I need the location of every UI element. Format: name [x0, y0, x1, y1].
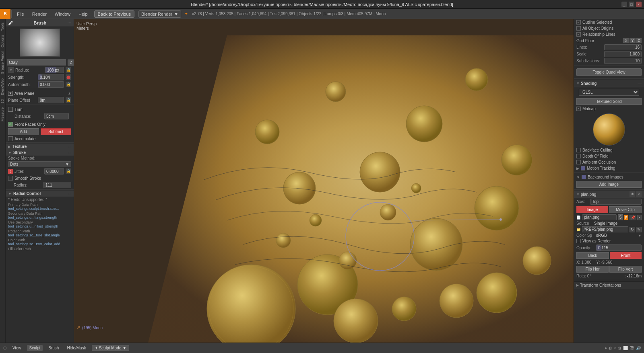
- texture-section-header[interactable]: ▶ Texture ···: [6, 144, 74, 150]
- primary-data-value[interactable]: tool_settings.sculpt.brush.stre...: [6, 207, 74, 211]
- back-to-previous-button[interactable]: Back to Previous: [94, 10, 135, 18]
- background-images-checkbox[interactable]: [582, 175, 586, 179]
- render-engine-dropdown[interactable]: Blender Render ▼: [138, 10, 181, 18]
- axis-dropdown[interactable]: Top: [590, 199, 642, 205]
- relationship-lines-checkbox[interactable]: [576, 32, 581, 37]
- strength-icon[interactable]: ⬤: [66, 74, 71, 80]
- file-num-field[interactable]: 5: [618, 214, 623, 220]
- filepath-edit-button[interactable]: ✎: [636, 227, 642, 232]
- file-name-field[interactable]: plan.png: [582, 214, 617, 220]
- outline-selected-checkbox[interactable]: [576, 20, 581, 25]
- statusbar-brush-tab[interactable]: Brush: [46, 345, 61, 351]
- strength-slider[interactable]: 0.104: [38, 74, 64, 80]
- statusbar-icon-left[interactable]: ⬡: [3, 346, 7, 350]
- add-button[interactable]: Add: [8, 128, 39, 135]
- front-button[interactable]: Front: [610, 252, 642, 259]
- filepath-field[interactable]: //REFS/plan.png: [582, 226, 628, 232]
- use-secondary-value[interactable]: tool_settings.u...nified_strength: [6, 224, 74, 229]
- autosmooth-icon[interactable]: 🔒: [66, 82, 71, 87]
- movie-clip-button[interactable]: Movie Clip: [609, 206, 642, 213]
- file-f-button[interactable]: F: [624, 215, 628, 220]
- grid-x-button[interactable]: X: [623, 38, 629, 43]
- sculpt-mode-dropdown[interactable]: ✦ Sculpt Mode ▼: [92, 345, 130, 351]
- glsl-dropdown[interactable]: GLSL: [579, 89, 639, 96]
- plane-offset-icon[interactable]: 🔒: [66, 97, 71, 103]
- file-close-button[interactable]: ×: [637, 215, 642, 220]
- statusbar-view-tab[interactable]: View: [10, 345, 24, 351]
- jitter-lock-icon[interactable]: 🔒: [66, 168, 71, 174]
- image-button[interactable]: Image: [576, 206, 608, 213]
- grid-y-button[interactable]: Y: [630, 38, 635, 43]
- lines-value[interactable]: 16: [604, 44, 642, 50]
- subdivisions-value[interactable]: 10: [604, 58, 642, 64]
- radius-slider[interactable]: 108 px: [45, 67, 64, 73]
- trim-checkbox[interactable]: [8, 107, 13, 112]
- accumulate-checkbox[interactable]: [8, 136, 13, 141]
- add-image-button[interactable]: Add Image: [576, 181, 642, 188]
- plane-offset-slider[interactable]: 0m: [38, 97, 64, 103]
- viewport[interactable]: User Persp Meters ↗ (195) Moon: [74, 19, 574, 343]
- textured-solid-button[interactable]: Textured Solid: [576, 98, 642, 105]
- statusbar-sculpt-tab[interactable]: Sculpt: [27, 345, 43, 351]
- minimize-btn[interactable]: _: [621, 2, 627, 7]
- window-controls[interactable]: _ □ ×: [621, 2, 642, 7]
- view-as-render-checkbox[interactable]: [576, 239, 581, 243]
- plan-eye-icon[interactable]: 👁: [630, 191, 635, 197]
- backface-culling-checkbox[interactable]: [576, 148, 581, 152]
- statusbar-hidemask-tab[interactable]: Hide/Mask: [64, 345, 88, 351]
- secondary-data-value[interactable]: tool_settings.u...ttings.strength: [6, 215, 74, 220]
- matcap-preview-image[interactable]: [593, 113, 625, 146]
- brush-name-input[interactable]: [7, 59, 66, 66]
- matcap-checkbox[interactable]: [576, 107, 581, 111]
- radius-lock-icon[interactable]: 🔒: [66, 67, 71, 73]
- status-icon-1[interactable]: ●: [605, 346, 607, 350]
- radial-control-header[interactable]: ▼ Radial Control ···: [6, 191, 74, 197]
- opacity-slider[interactable]: 0.115: [596, 244, 642, 251]
- smooth-radius-slider[interactable]: 111: [43, 182, 71, 188]
- distance-slider[interactable]: 5cm: [44, 113, 69, 119]
- area-plane-expand[interactable]: ▲: [68, 91, 71, 95]
- toggle-quad-view-button[interactable]: Toggle Quad View: [576, 68, 642, 76]
- jitter-slider[interactable]: 0.0000: [44, 168, 64, 174]
- scale-value[interactable]: 1.000: [604, 51, 642, 57]
- status-icon-4[interactable]: ◑: [618, 346, 621, 350]
- blendweb-tab[interactable]: BlendWeb: [0, 77, 5, 96]
- tools-tab[interactable]: Tools: [0, 21, 5, 33]
- measure-tab[interactable]: Measure: [0, 106, 5, 123]
- transform-orientations-header[interactable]: ▶ Transform Orientations: [574, 281, 644, 289]
- stroke-section-header[interactable]: ▼ Stroke ···: [6, 150, 74, 156]
- shading-section-header[interactable]: ▼ Shading —: [574, 80, 644, 87]
- menu-file[interactable]: File: [13, 9, 28, 19]
- status-icon-7[interactable]: 🔊: [636, 346, 641, 350]
- depth-of-field-checkbox[interactable]: [576, 154, 581, 158]
- status-icon-3[interactable]: ○: [614, 346, 616, 350]
- smooth-stroke-checkbox[interactable]: [8, 176, 13, 181]
- flip-hor-button[interactable]: Flip Hor: [576, 266, 609, 273]
- back-button[interactable]: Back: [576, 252, 609, 259]
- file-pin-button[interactable]: 📌: [630, 215, 636, 220]
- options-tab[interactable]: Options: [0, 33, 5, 49]
- front-faces-only-checkbox[interactable]: ✓: [8, 122, 13, 127]
- 1d-tab[interactable]: 1D: [0, 97, 5, 105]
- maximize-btn[interactable]: □: [629, 2, 634, 7]
- flip-vert-button[interactable]: Flip Vert: [609, 266, 642, 273]
- brush-num-button[interactable]: 2: [68, 60, 74, 66]
- rotation-path-value[interactable]: tool_settings.sc...ture_slot.angle: [6, 233, 74, 238]
- all-object-origins-checkbox[interactable]: [576, 26, 581, 31]
- status-icon-5[interactable]: ⬜: [623, 346, 628, 350]
- area-plane-checkbox[interactable]: ▼: [8, 91, 13, 96]
- autosmooth-slider[interactable]: 0.000: [38, 81, 64, 88]
- status-icon-2[interactable]: ◐: [609, 346, 612, 350]
- menu-render[interactable]: Render: [28, 9, 51, 19]
- grid-z-button[interactable]: Z: [636, 38, 642, 43]
- stroke-method-dropdown[interactable]: Dots ▼: [8, 161, 71, 167]
- ambient-occlusion-checkbox[interactable]: [576, 160, 581, 164]
- filepath-reload-button[interactable]: ↻: [630, 227, 635, 232]
- status-icon-6[interactable]: 🎬: [630, 346, 634, 350]
- menu-window[interactable]: Window: [51, 9, 74, 19]
- close-btn[interactable]: ×: [636, 2, 642, 7]
- color-sp-dropdown-icon[interactable]: ▼: [638, 234, 642, 238]
- subtract-button[interactable]: Subtract: [41, 128, 72, 135]
- motion-tracking-checkbox[interactable]: [581, 166, 585, 170]
- brush-preview-image[interactable]: [20, 29, 60, 57]
